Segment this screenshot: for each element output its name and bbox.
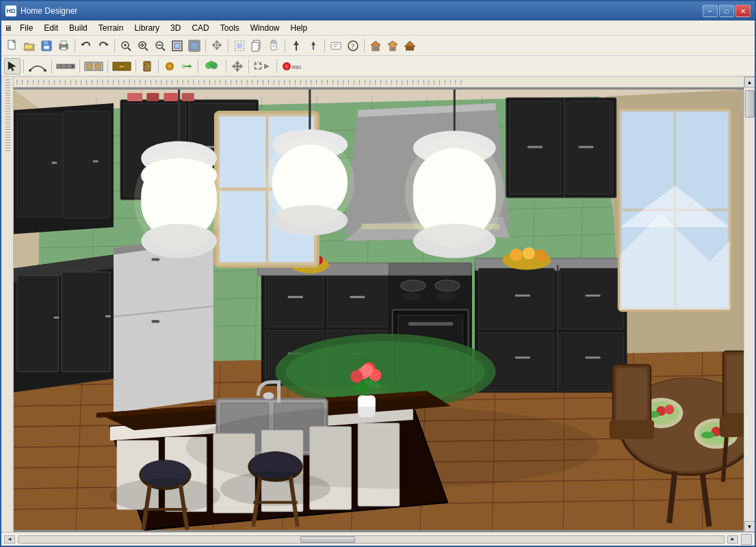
- floorplan-button[interactable]: [384, 38, 401, 54]
- sep-t2-8: [226, 59, 226, 73]
- scroll-up-arrow[interactable]: ▲: [744, 77, 755, 88]
- scroll-track-right[interactable]: [745, 88, 755, 521]
- kitchen-viewport: [14, 88, 744, 532]
- record-button[interactable]: REC: [280, 58, 302, 75]
- svg-rect-181: [527, 146, 543, 148]
- toolbar-main: +: [1, 36, 755, 56]
- svg-rect-4: [44, 46, 49, 49]
- wall-tool-button[interactable]: [55, 58, 77, 75]
- svg-rect-31: [252, 42, 259, 51]
- select-all-button[interactable]: [231, 38, 248, 54]
- material-tool-button[interactable]: [161, 58, 178, 75]
- zoom-in2-button[interactable]: +: [135, 38, 151, 54]
- svg-point-274: [701, 431, 715, 438]
- select-tool-button[interactable]: [4, 58, 21, 75]
- right-scrollbar[interactable]: ▲ ▼: [744, 77, 755, 532]
- svg-rect-138: [151, 258, 159, 261]
- menu-3d[interactable]: 3D: [165, 22, 186, 34]
- h-scroll-left-arrow[interactable]: ◄: [4, 535, 15, 544]
- system-menu-icon[interactable]: 🖥: [4, 24, 12, 32]
- scroll-down-arrow[interactable]: ▼: [744, 521, 755, 532]
- svg-rect-3: [44, 41, 48, 44]
- menu-window[interactable]: Window: [245, 22, 285, 34]
- h-scroll-track[interactable]: [18, 535, 725, 544]
- maximize-button[interactable]: □: [719, 5, 734, 17]
- open-button[interactable]: [21, 38, 38, 54]
- zoom-in-button[interactable]: [118, 38, 134, 54]
- print-button[interactable]: [55, 38, 72, 54]
- room-tool-button[interactable]: [83, 58, 105, 75]
- canvas-area[interactable]: [14, 88, 744, 532]
- plant-tool-button[interactable]: [201, 58, 223, 75]
- move-up-button[interactable]: [305, 38, 322, 54]
- house-button[interactable]: [367, 38, 384, 54]
- svg-line-18: [145, 48, 148, 51]
- arrow-button[interactable]: [288, 38, 304, 54]
- undo-button[interactable]: [78, 38, 94, 54]
- separator-3: [205, 39, 206, 53]
- left-ruler: ||||||||||||||||||||||||||||: [1, 77, 14, 532]
- svg-point-197: [534, 249, 547, 261]
- svg-rect-80: [259, 68, 261, 70]
- sep-t2-7: [198, 59, 198, 73]
- close-button[interactable]: ✕: [735, 5, 751, 17]
- separator-2: [114, 39, 115, 53]
- symbol-button[interactable]: [328, 38, 344, 54]
- svg-point-217: [263, 392, 274, 399]
- app-window: HD Home Designer − □ ✕ 🖥 File Edit Build…: [0, 0, 756, 547]
- sep-t2-5: [135, 59, 136, 73]
- svg-rect-146: [127, 93, 142, 101]
- svg-marker-74: [232, 61, 243, 72]
- window-controls: − □ ✕: [703, 5, 751, 17]
- copy-button[interactable]: [248, 38, 265, 54]
- curve-tool-button[interactable]: [27, 58, 49, 75]
- svg-point-261: [405, 137, 504, 248]
- menu-help[interactable]: Help: [285, 22, 313, 34]
- svg-point-66: [148, 65, 150, 67]
- svg-point-232: [350, 371, 363, 383]
- status-bar: ◄ ►: [1, 532, 755, 546]
- roof-button[interactable]: [402, 38, 418, 54]
- menu-terrain[interactable]: Terrain: [93, 22, 129, 34]
- pan-button[interactable]: [209, 38, 225, 54]
- svg-rect-187: [560, 269, 624, 330]
- transform-tool-button[interactable]: [252, 58, 274, 75]
- menu-library[interactable]: Library: [129, 22, 165, 34]
- new-button[interactable]: [4, 38, 21, 54]
- svg-point-73: [209, 61, 214, 66]
- h-scroll-right-arrow[interactable]: ►: [727, 535, 738, 544]
- svg-marker-9: [81, 44, 85, 46]
- h-scroll-thumb[interactable]: [300, 536, 355, 543]
- separator-4: [228, 39, 229, 53]
- svg-rect-133: [51, 162, 57, 164]
- texture-tool-button[interactable]: [179, 58, 195, 75]
- menu-file[interactable]: File: [14, 22, 38, 34]
- fill-button[interactable]: [186, 38, 203, 54]
- move-tool-button[interactable]: [229, 58, 246, 75]
- menu-tools[interactable]: Tools: [215, 22, 245, 34]
- menu-edit[interactable]: Edit: [38, 22, 64, 34]
- save-button[interactable]: [38, 38, 55, 54]
- redo-button[interactable]: [95, 38, 112, 54]
- svg-rect-50: [406, 46, 414, 51]
- svg-point-168: [402, 292, 421, 300]
- minimize-button[interactable]: −: [703, 5, 718, 17]
- door-tool-button[interactable]: [139, 58, 155, 75]
- svg-point-70: [182, 65, 185, 68]
- menu-cad[interactable]: CAD: [186, 22, 214, 34]
- menu-build[interactable]: Build: [64, 22, 93, 34]
- toolbar-secondary: REC: [1, 56, 755, 77]
- help-button[interactable]: ?: [345, 38, 361, 54]
- sep-t2-10: [276, 59, 277, 73]
- scroll-thumb-right[interactable]: [745, 90, 755, 118]
- svg-rect-64: [120, 66, 124, 68]
- svg-point-82: [285, 64, 289, 68]
- cabinet-tool-button[interactable]: [111, 58, 133, 75]
- fit-button[interactable]: [169, 38, 185, 54]
- svg-point-209: [286, 341, 486, 402]
- paste-button[interactable]: [265, 38, 282, 54]
- svg-marker-49: [404, 41, 415, 46]
- top-ruler-marks: ||||||||||||||||||||||||||||||||||||||||…: [16, 79, 466, 84]
- zoom-out-button[interactable]: [152, 38, 168, 54]
- svg-marker-39: [311, 42, 315, 45]
